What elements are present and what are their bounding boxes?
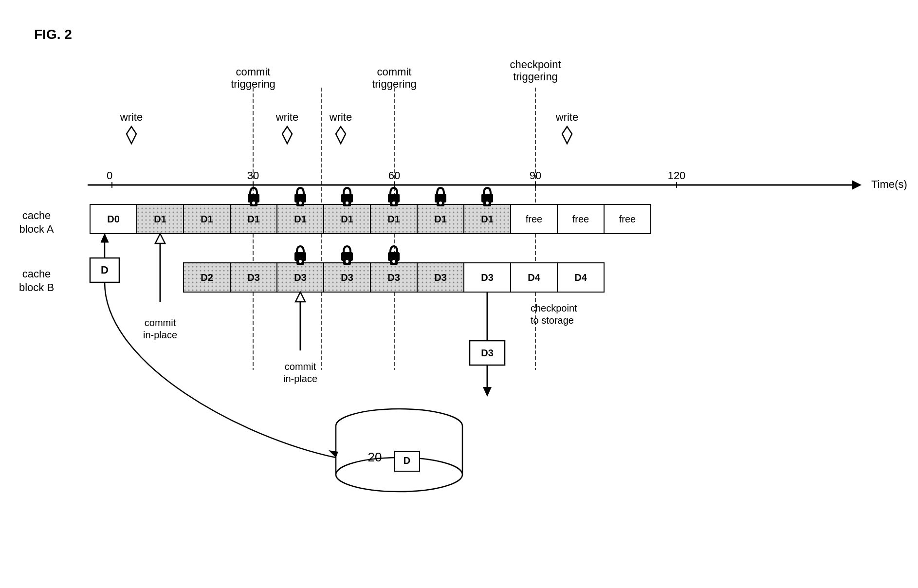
write-label-1: write	[120, 111, 143, 123]
checkpoint-triggering: checkpoint	[510, 58, 561, 71]
tick-0: 0	[107, 169, 112, 182]
cell-b-d3-1: D3	[247, 272, 260, 283]
svg-text:D1: D1	[294, 214, 307, 224]
svg-text:D3: D3	[341, 272, 353, 283]
svg-text:to storage: to storage	[531, 315, 574, 326]
svg-point-75	[299, 260, 302, 263]
svg-text:D3: D3	[294, 272, 307, 283]
svg-text:D1: D1	[481, 214, 494, 224]
d3-checkpoint-box: D3	[481, 348, 494, 358]
svg-point-78	[346, 260, 349, 263]
time-label: Time(s)	[871, 178, 907, 190]
commit-triggering-1: commit	[236, 66, 271, 78]
cell-b-d4-1: D4	[528, 272, 540, 283]
svg-point-54	[439, 202, 442, 204]
commit-triggering-2: commit	[377, 66, 412, 78]
commit-inplace-label-1: commit	[145, 317, 176, 328]
svg-text:D3: D3	[387, 272, 400, 283]
svg-point-45	[299, 202, 302, 204]
commit-inplace-label-2: commit	[285, 361, 316, 372]
svg-text:triggering: triggering	[372, 78, 417, 90]
tick-120: 120	[668, 169, 686, 182]
storage-d-label: D	[404, 455, 410, 466]
d-source-box: D	[101, 264, 109, 276]
cell-a-free-1: free	[526, 214, 542, 224]
write-label-4: write	[555, 111, 578, 123]
svg-text:D1: D1	[247, 214, 260, 224]
svg-text:in-place: in-place	[143, 330, 177, 340]
svg-point-42	[252, 202, 255, 204]
write-label-2: write	[275, 111, 298, 123]
svg-text:D1: D1	[341, 214, 353, 224]
svg-text:D1: D1	[387, 214, 400, 224]
diagram-container: FIG. 2 0 30 60 90 120 Time(s) commit tri…	[0, 0, 918, 588]
cell-a-d0: D0	[107, 214, 120, 224]
svg-text:triggering: triggering	[231, 78, 275, 90]
svg-point-51	[392, 202, 395, 204]
storage-number: 20	[368, 450, 382, 464]
write-label-3: write	[329, 111, 352, 123]
cell-a-free-2: free	[572, 214, 589, 224]
svg-text:in-place: in-place	[283, 373, 317, 384]
svg-text:triggering: triggering	[513, 71, 558, 83]
svg-point-48	[346, 202, 349, 204]
cache-block-a-label: cache	[22, 209, 51, 221]
svg-text:block A: block A	[19, 223, 54, 235]
svg-text:block B: block B	[19, 281, 54, 294]
cell-b-d4-2: D4	[574, 272, 587, 283]
svg-text:D3: D3	[434, 272, 447, 283]
svg-text:D1: D1	[434, 214, 447, 224]
svg-text:D3: D3	[481, 272, 494, 283]
svg-point-81	[392, 260, 395, 263]
svg-rect-0	[0, 0, 918, 588]
fig-title: FIG. 2	[34, 27, 72, 42]
cache-block-b-label: cache	[22, 268, 51, 280]
cell-a-free-3: free	[619, 214, 636, 224]
cell-a-d1-1: D1	[154, 214, 166, 224]
svg-point-57	[486, 202, 489, 204]
cell-b-d2: D2	[201, 272, 213, 283]
svg-text:D1: D1	[201, 214, 213, 224]
checkpoint-to-storage-label: checkpoint	[531, 303, 577, 313]
